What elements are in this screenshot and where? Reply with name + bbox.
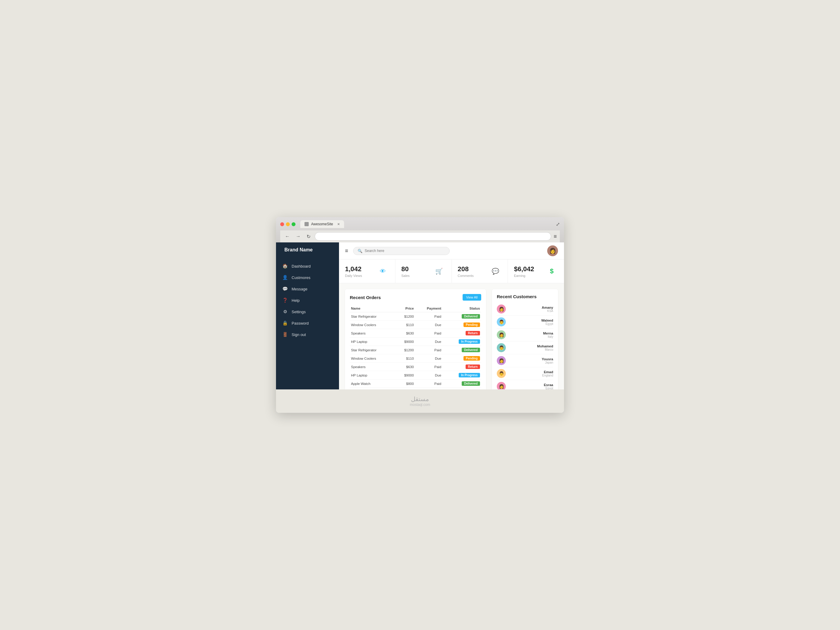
sidebar-item-help[interactable]: ❓ Help bbox=[276, 295, 339, 306]
order-status: Return bbox=[442, 329, 481, 338]
sidebar-item-settings[interactable]: ⚙ Settings bbox=[276, 306, 339, 317]
address-bar[interactable] bbox=[315, 232, 551, 241]
table-row: Star Refrigerator $1200 Paid Delivered bbox=[350, 346, 481, 354]
customer-info: Merna Italy bbox=[543, 332, 553, 338]
dashboard-icon: 🏠 bbox=[282, 264, 288, 269]
refresh-button[interactable]: ↻ bbox=[305, 233, 312, 240]
order-status: Return bbox=[442, 363, 481, 371]
sidebar-label-signout: Sign out bbox=[292, 332, 306, 337]
order-name: Window Coolers bbox=[350, 321, 395, 329]
message-icon: 💬 bbox=[282, 286, 288, 292]
order-price: $630 bbox=[395, 329, 415, 338]
app-container: Brand Name 🏠 Dashboard 👤 Custmores 💬 Mes… bbox=[276, 242, 564, 389]
stat-value: 208 bbox=[458, 265, 474, 273]
customers-panel: Recent Customers 👩 Amany KSA 👨 Waleed Eg… bbox=[492, 289, 558, 389]
order-name: Speakers bbox=[350, 363, 395, 371]
back-button[interactable]: ← bbox=[283, 233, 292, 240]
avatar[interactable]: 👩 bbox=[547, 245, 558, 256]
table-row: Speakers $630 Paid Return bbox=[350, 363, 481, 371]
signout-icon: 🚪 bbox=[282, 332, 288, 337]
order-status: Pending bbox=[442, 354, 481, 363]
maximize-button[interactable] bbox=[292, 222, 295, 226]
order-name: Star Refrigerator bbox=[350, 312, 395, 321]
col-name: Name bbox=[350, 305, 395, 312]
customer-name: Waleed bbox=[541, 319, 553, 322]
order-name: Star Refrigerator bbox=[350, 346, 395, 354]
table-row: Window Coolers $110 Due Pending bbox=[350, 354, 481, 363]
window-controls[interactable] bbox=[280, 222, 295, 226]
sidebar-item-dashboard[interactable]: 🏠 Dashboard bbox=[276, 261, 339, 272]
close-button[interactable] bbox=[280, 222, 284, 226]
customer-avatar: 👩 bbox=[497, 330, 506, 339]
customer-location: Egypt bbox=[544, 387, 553, 390]
customer-avatar: 👨 bbox=[497, 369, 506, 378]
status-badge: Return bbox=[466, 365, 480, 369]
sidebar-item-password[interactable]: 🔒 Password bbox=[276, 317, 339, 329]
order-status: Pending bbox=[442, 321, 481, 329]
order-name: HP Laptop bbox=[350, 338, 395, 346]
stat-info: 1,042 Daily Views bbox=[345, 265, 362, 278]
table-row: HP Laptop $9000 Due In Progress bbox=[350, 371, 481, 379]
list-item: 👨 Emad England bbox=[497, 367, 553, 380]
orders-table-body: Star Refrigerator $1200 Paid Delivered W… bbox=[350, 312, 481, 388]
sidebar-nav: 🏠 Dashboard 👤 Custmores 💬 Message ❓ Help… bbox=[276, 257, 339, 389]
order-price: $1200 bbox=[395, 312, 415, 321]
customer-info: Mohamed Marco bbox=[537, 344, 553, 351]
sidebar-item-signout[interactable]: 🚪 Sign out bbox=[276, 329, 339, 340]
order-status: In Progress bbox=[442, 371, 481, 379]
stat-info: 80 Sales bbox=[401, 265, 410, 278]
status-badge: In Progress bbox=[459, 373, 480, 377]
order-payment: Due bbox=[415, 321, 442, 329]
sidebar-item-customers[interactable]: 👤 Custmores bbox=[276, 272, 339, 283]
search-input[interactable] bbox=[365, 249, 445, 253]
order-name: HP Laptop bbox=[350, 371, 395, 379]
table-row: HP Laptop $9000 Due In Progress bbox=[350, 338, 481, 346]
order-payment: Due bbox=[415, 354, 442, 363]
table-row: Star Refrigerator $1200 Paid Delivered bbox=[350, 312, 481, 321]
customer-avatar: 👩 bbox=[497, 305, 506, 314]
list-item: 👨 Waleed Egypt bbox=[497, 316, 553, 328]
order-payment: Paid bbox=[415, 363, 442, 371]
browser-tab[interactable]: AwesomeSite ✕ bbox=[300, 220, 344, 228]
settings-icon: ⚙ bbox=[282, 309, 288, 314]
sidebar-item-message[interactable]: 💬 Message bbox=[276, 283, 339, 295]
table-row: Apple Watch $800 Paid Delivered bbox=[350, 379, 481, 388]
lower-section: Recent Orders View All Name Price Paymen… bbox=[339, 283, 564, 389]
customers-icon: 👤 bbox=[282, 275, 288, 280]
order-name: Speakers bbox=[350, 329, 395, 338]
customer-location: Marco bbox=[537, 348, 553, 351]
order-payment: Paid bbox=[415, 379, 442, 388]
sidebar-label-customers: Custmores bbox=[292, 275, 311, 280]
minimize-button[interactable] bbox=[286, 222, 290, 226]
dollar-icon: $ bbox=[550, 267, 554, 275]
order-status: In Progress bbox=[442, 338, 481, 346]
view-all-button[interactable]: View All bbox=[463, 294, 481, 301]
tab-close-icon[interactable]: ✕ bbox=[337, 222, 340, 226]
col-payment: Payment bbox=[415, 305, 442, 312]
browser-toolbar: ← → ↻ ≡ bbox=[280, 231, 560, 242]
status-badge: Delivered bbox=[462, 314, 480, 319]
status-badge: Delivered bbox=[462, 348, 480, 352]
status-badge: Pending bbox=[464, 322, 480, 327]
stat-info: 208 Comments bbox=[458, 265, 474, 278]
order-payment: Due bbox=[415, 371, 442, 379]
hamburger-icon[interactable]: ≡ bbox=[345, 248, 348, 254]
stat-value: 1,042 bbox=[345, 265, 362, 273]
order-price: $9000 bbox=[395, 371, 415, 379]
stat-label: Earning bbox=[514, 274, 534, 278]
list-item: 👩 Esraa Egypt bbox=[497, 380, 553, 389]
order-price: $1200 bbox=[395, 346, 415, 354]
browser-menu-button[interactable]: ≡ bbox=[554, 234, 557, 240]
order-name: Window Coolers bbox=[350, 354, 395, 363]
stat-value: $6,042 bbox=[514, 265, 534, 273]
customers-title: Recent Customers bbox=[497, 294, 553, 299]
sidebar-label-password: Password bbox=[292, 321, 309, 325]
orders-title: Recent Orders bbox=[350, 295, 381, 300]
stat-label: Comments bbox=[458, 274, 474, 278]
forward-button[interactable]: → bbox=[294, 233, 302, 240]
watermark-arabic: مستقل bbox=[282, 395, 558, 403]
customer-location: England bbox=[542, 374, 553, 377]
stat-icon-green: $ bbox=[545, 265, 558, 278]
order-price: $800 bbox=[395, 379, 415, 388]
expand-icon[interactable]: ⤢ bbox=[556, 221, 560, 227]
